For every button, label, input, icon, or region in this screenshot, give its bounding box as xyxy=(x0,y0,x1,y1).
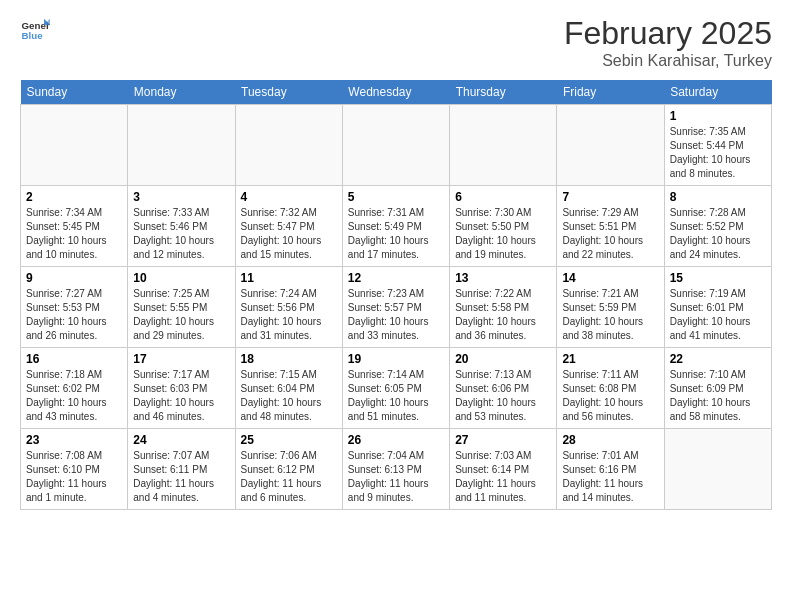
day-info: Sunrise: 7:32 AM Sunset: 5:47 PM Dayligh… xyxy=(241,206,337,262)
day-info: Sunrise: 7:04 AM Sunset: 6:13 PM Dayligh… xyxy=(348,449,444,505)
calendar-cell: 10Sunrise: 7:25 AM Sunset: 5:55 PM Dayli… xyxy=(128,267,235,348)
logo: General Blue xyxy=(20,15,54,45)
calendar-body: 1Sunrise: 7:35 AM Sunset: 5:44 PM Daylig… xyxy=(21,105,772,510)
day-number: 10 xyxy=(133,271,229,285)
day-info: Sunrise: 7:07 AM Sunset: 6:11 PM Dayligh… xyxy=(133,449,229,505)
header-monday: Monday xyxy=(128,80,235,105)
calendar-cell: 1Sunrise: 7:35 AM Sunset: 5:44 PM Daylig… xyxy=(664,105,771,186)
day-number: 8 xyxy=(670,190,766,204)
calendar-cell: 27Sunrise: 7:03 AM Sunset: 6:14 PM Dayli… xyxy=(450,429,557,510)
day-number: 24 xyxy=(133,433,229,447)
day-info: Sunrise: 7:03 AM Sunset: 6:14 PM Dayligh… xyxy=(455,449,551,505)
calendar-cell: 17Sunrise: 7:17 AM Sunset: 6:03 PM Dayli… xyxy=(128,348,235,429)
calendar-cell: 26Sunrise: 7:04 AM Sunset: 6:13 PM Dayli… xyxy=(342,429,449,510)
calendar-week-2: 9Sunrise: 7:27 AM Sunset: 5:53 PM Daylig… xyxy=(21,267,772,348)
header-friday: Friday xyxy=(557,80,664,105)
header-tuesday: Tuesday xyxy=(235,80,342,105)
calendar-subtitle: Sebin Karahisar, Turkey xyxy=(564,52,772,70)
calendar-cell xyxy=(128,105,235,186)
day-info: Sunrise: 7:19 AM Sunset: 6:01 PM Dayligh… xyxy=(670,287,766,343)
day-number: 22 xyxy=(670,352,766,366)
day-number: 20 xyxy=(455,352,551,366)
calendar-cell: 24Sunrise: 7:07 AM Sunset: 6:11 PM Dayli… xyxy=(128,429,235,510)
day-info: Sunrise: 7:22 AM Sunset: 5:58 PM Dayligh… xyxy=(455,287,551,343)
day-number: 7 xyxy=(562,190,658,204)
day-number: 5 xyxy=(348,190,444,204)
header-saturday: Saturday xyxy=(664,80,771,105)
day-number: 26 xyxy=(348,433,444,447)
title-block: February 2025 Sebin Karahisar, Turkey xyxy=(564,15,772,70)
calendar-cell xyxy=(342,105,449,186)
day-info: Sunrise: 7:34 AM Sunset: 5:45 PM Dayligh… xyxy=(26,206,122,262)
day-number: 19 xyxy=(348,352,444,366)
calendar-cell: 22Sunrise: 7:10 AM Sunset: 6:09 PM Dayli… xyxy=(664,348,771,429)
calendar-cell: 21Sunrise: 7:11 AM Sunset: 6:08 PM Dayli… xyxy=(557,348,664,429)
day-info: Sunrise: 7:27 AM Sunset: 5:53 PM Dayligh… xyxy=(26,287,122,343)
svg-text:Blue: Blue xyxy=(22,30,44,41)
day-number: 18 xyxy=(241,352,337,366)
header-wednesday: Wednesday xyxy=(342,80,449,105)
calendar-cell: 9Sunrise: 7:27 AM Sunset: 5:53 PM Daylig… xyxy=(21,267,128,348)
day-number: 2 xyxy=(26,190,122,204)
calendar-week-3: 16Sunrise: 7:18 AM Sunset: 6:02 PM Dayli… xyxy=(21,348,772,429)
calendar-table: Sunday Monday Tuesday Wednesday Thursday… xyxy=(20,80,772,510)
day-number: 17 xyxy=(133,352,229,366)
calendar-title: February 2025 xyxy=(564,15,772,52)
calendar-cell: 14Sunrise: 7:21 AM Sunset: 5:59 PM Dayli… xyxy=(557,267,664,348)
header-sunday: Sunday xyxy=(21,80,128,105)
day-info: Sunrise: 7:11 AM Sunset: 6:08 PM Dayligh… xyxy=(562,368,658,424)
page-header: General Blue February 2025 Sebin Karahis… xyxy=(20,15,772,70)
day-info: Sunrise: 7:15 AM Sunset: 6:04 PM Dayligh… xyxy=(241,368,337,424)
day-info: Sunrise: 7:06 AM Sunset: 6:12 PM Dayligh… xyxy=(241,449,337,505)
day-info: Sunrise: 7:10 AM Sunset: 6:09 PM Dayligh… xyxy=(670,368,766,424)
day-info: Sunrise: 7:35 AM Sunset: 5:44 PM Dayligh… xyxy=(670,125,766,181)
calendar-cell: 6Sunrise: 7:30 AM Sunset: 5:50 PM Daylig… xyxy=(450,186,557,267)
header-thursday: Thursday xyxy=(450,80,557,105)
day-number: 15 xyxy=(670,271,766,285)
day-number: 1 xyxy=(670,109,766,123)
calendar-cell: 25Sunrise: 7:06 AM Sunset: 6:12 PM Dayli… xyxy=(235,429,342,510)
day-info: Sunrise: 7:28 AM Sunset: 5:52 PM Dayligh… xyxy=(670,206,766,262)
day-info: Sunrise: 7:25 AM Sunset: 5:55 PM Dayligh… xyxy=(133,287,229,343)
calendar-week-1: 2Sunrise: 7:34 AM Sunset: 5:45 PM Daylig… xyxy=(21,186,772,267)
calendar-cell: 28Sunrise: 7:01 AM Sunset: 6:16 PM Dayli… xyxy=(557,429,664,510)
calendar-week-4: 23Sunrise: 7:08 AM Sunset: 6:10 PM Dayli… xyxy=(21,429,772,510)
day-info: Sunrise: 7:23 AM Sunset: 5:57 PM Dayligh… xyxy=(348,287,444,343)
day-number: 6 xyxy=(455,190,551,204)
day-info: Sunrise: 7:18 AM Sunset: 6:02 PM Dayligh… xyxy=(26,368,122,424)
calendar-cell: 11Sunrise: 7:24 AM Sunset: 5:56 PM Dayli… xyxy=(235,267,342,348)
calendar-cell: 16Sunrise: 7:18 AM Sunset: 6:02 PM Dayli… xyxy=(21,348,128,429)
day-number: 23 xyxy=(26,433,122,447)
calendar-cell: 4Sunrise: 7:32 AM Sunset: 5:47 PM Daylig… xyxy=(235,186,342,267)
day-number: 3 xyxy=(133,190,229,204)
calendar-cell xyxy=(21,105,128,186)
day-info: Sunrise: 7:29 AM Sunset: 5:51 PM Dayligh… xyxy=(562,206,658,262)
day-info: Sunrise: 7:21 AM Sunset: 5:59 PM Dayligh… xyxy=(562,287,658,343)
calendar-cell: 23Sunrise: 7:08 AM Sunset: 6:10 PM Dayli… xyxy=(21,429,128,510)
calendar-cell: 15Sunrise: 7:19 AM Sunset: 6:01 PM Dayli… xyxy=(664,267,771,348)
day-number: 27 xyxy=(455,433,551,447)
page-container: General Blue February 2025 Sebin Karahis… xyxy=(0,0,792,520)
calendar-cell: 18Sunrise: 7:15 AM Sunset: 6:04 PM Dayli… xyxy=(235,348,342,429)
day-number: 11 xyxy=(241,271,337,285)
day-number: 28 xyxy=(562,433,658,447)
day-info: Sunrise: 7:08 AM Sunset: 6:10 PM Dayligh… xyxy=(26,449,122,505)
logo-icon: General Blue xyxy=(20,15,50,45)
calendar-cell: 2Sunrise: 7:34 AM Sunset: 5:45 PM Daylig… xyxy=(21,186,128,267)
day-number: 25 xyxy=(241,433,337,447)
day-info: Sunrise: 7:17 AM Sunset: 6:03 PM Dayligh… xyxy=(133,368,229,424)
calendar-cell: 3Sunrise: 7:33 AM Sunset: 5:46 PM Daylig… xyxy=(128,186,235,267)
day-number: 16 xyxy=(26,352,122,366)
day-info: Sunrise: 7:01 AM Sunset: 6:16 PM Dayligh… xyxy=(562,449,658,505)
day-info: Sunrise: 7:30 AM Sunset: 5:50 PM Dayligh… xyxy=(455,206,551,262)
calendar-cell: 12Sunrise: 7:23 AM Sunset: 5:57 PM Dayli… xyxy=(342,267,449,348)
calendar-cell: 13Sunrise: 7:22 AM Sunset: 5:58 PM Dayli… xyxy=(450,267,557,348)
day-info: Sunrise: 7:13 AM Sunset: 6:06 PM Dayligh… xyxy=(455,368,551,424)
day-number: 4 xyxy=(241,190,337,204)
day-number: 13 xyxy=(455,271,551,285)
day-number: 14 xyxy=(562,271,658,285)
day-number: 12 xyxy=(348,271,444,285)
calendar-week-0: 1Sunrise: 7:35 AM Sunset: 5:44 PM Daylig… xyxy=(21,105,772,186)
calendar-cell xyxy=(664,429,771,510)
day-number: 9 xyxy=(26,271,122,285)
